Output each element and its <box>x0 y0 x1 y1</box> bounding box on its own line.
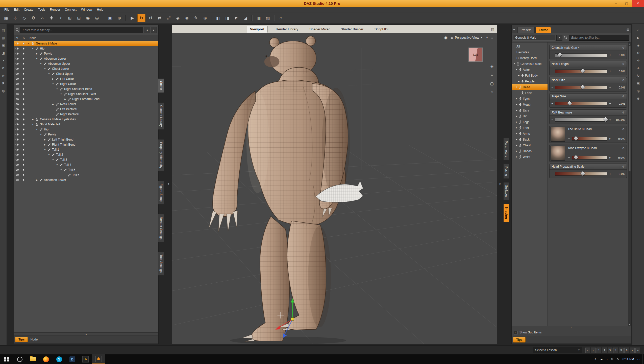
category-row[interactable]: Face <box>512 90 548 96</box>
selection-pointer-icon[interactable] <box>20 113 27 116</box>
menu-file[interactable]: File <box>2 7 12 12</box>
scale-tool-icon[interactable]: ⤢ <box>165 14 173 22</box>
help-home-icon[interactable]: ⌂ <box>277 14 285 22</box>
expander-icon[interactable]: ▶ <box>517 80 521 82</box>
category-row[interactable]: ▶Arms <box>512 131 548 136</box>
cursor-icon[interactable]: ▶ <box>636 35 640 40</box>
expander-icon[interactable]: ▶ <box>31 118 35 121</box>
globe-icon[interactable]: ⊕ <box>636 96 640 101</box>
selection-pointer-icon[interactable] <box>20 72 27 76</box>
scrollbar-thumb[interactable] <box>629 46 631 171</box>
visibility-eye-icon[interactable] <box>14 123 20 126</box>
category-row[interactable]: ▶Hip <box>512 113 548 119</box>
app-d-button[interactable]: D <box>66 354 79 364</box>
gear-icon[interactable]: ⚙ <box>622 111 625 114</box>
decrement-button[interactable]: − <box>551 172 554 176</box>
tray-expand-icon[interactable]: ∧ <box>594 357 597 361</box>
render-icon[interactable]: ▥ <box>255 14 263 22</box>
nodes-icon[interactable]: ⊹ <box>636 58 640 63</box>
panel-collapse-handle[interactable]: ▲ <box>512 326 631 329</box>
pager-item-›[interactable]: › <box>630 348 635 353</box>
shaping-filter-input[interactable] <box>569 35 629 41</box>
frame-view-icon[interactable]: ▢ <box>490 81 494 86</box>
clock[interactable]: 8:11 PM <box>623 357 634 361</box>
tree-row[interactable]: Tail 6 <box>14 172 158 177</box>
selection-pointer-icon[interactable] <box>20 42 27 45</box>
selection-pointer-icon[interactable] <box>20 123 27 126</box>
node-selection-cursor-icon[interactable]: ▶ <box>128 14 136 22</box>
slider-handle[interactable] <box>573 154 579 160</box>
increment-button[interactable]: + <box>609 172 611 176</box>
visibility-eye-icon[interactable] <box>14 138 20 141</box>
tree-row[interactable]: ▶Neck Lower <box>14 102 158 107</box>
scroll-up-icon[interactable]: ▲ <box>628 43 631 45</box>
node-icon[interactable]: ⊚ <box>201 14 209 22</box>
menu-help[interactable]: Help <box>94 7 106 12</box>
expander-icon[interactable]: ▼ <box>55 164 59 166</box>
folder-icon[interactable]: ▥ <box>1 35 6 40</box>
pan-tool-icon[interactable]: ✚ <box>490 65 494 69</box>
pager-item-6[interactable]: 6 <box>624 348 629 353</box>
visibility-eye-icon[interactable] <box>14 169 20 171</box>
snap-off-icon[interactable]: ◎ <box>93 14 101 22</box>
visibility-eye-icon[interactable] <box>14 73 20 75</box>
view-selector[interactable]: ▦ Perspective View ▼ <box>451 36 483 39</box>
rotate-tool-icon[interactable]: ↻ <box>137 14 145 22</box>
expander-icon[interactable]: ▶ <box>515 121 518 123</box>
image-icon[interactable]: ◨ <box>1 51 6 55</box>
expander-icon[interactable]: ▶ <box>515 132 518 135</box>
selection-pointer-icon[interactable] <box>20 148 27 151</box>
selection-pointer-icon[interactable] <box>20 47 27 50</box>
draw-style-icon[interactable]: ◉ <box>444 35 448 40</box>
pager-item-3[interactable]: 3 <box>608 348 612 353</box>
selection-pointer-icon[interactable] <box>20 168 27 172</box>
expander-icon[interactable]: ▶ <box>515 109 518 111</box>
tab-presets[interactable]: Presets <box>517 27 535 33</box>
show-sub-items-checkbox[interactable]: ✓ <box>514 331 518 334</box>
panel-grid-icon[interactable]: ▣ <box>106 14 114 22</box>
network-icon[interactable]: ≋ <box>611 357 613 361</box>
gear-icon[interactable]: ⚙ <box>29 14 37 22</box>
gear-icon[interactable]: ⚙ <box>622 147 625 150</box>
category-row[interactable]: ▶Full Body <box>512 73 548 78</box>
slider-handle[interactable] <box>580 171 585 176</box>
selection-pointer-icon[interactable] <box>20 133 27 136</box>
viewport-menu-icon[interactable]: ≡ <box>491 36 493 40</box>
visibility-eye-icon[interactable] <box>14 179 20 181</box>
category-row[interactable]: ▼Actor <box>512 67 548 73</box>
visibility-eye-icon[interactable] <box>14 143 20 146</box>
increment-button[interactable]: + <box>609 85 611 89</box>
visibility-eye-icon[interactable] <box>14 148 20 151</box>
increment-button[interactable]: + <box>608 137 611 141</box>
tree-row[interactable]: ▼Tail 1 <box>14 147 158 152</box>
tree-row[interactable]: ▼Short Male Tail <box>14 122 158 127</box>
selection-pointer-icon[interactable] <box>20 82 27 86</box>
tab-shader-mixer[interactable]: Shader Mixer <box>306 26 333 32</box>
expander-icon[interactable]: ▼ <box>43 68 47 70</box>
category-row[interactable]: Favorites <box>512 49 548 55</box>
decrement-button[interactable]: − <box>551 118 554 122</box>
tab-shader-builder[interactable]: Shader Builder <box>338 26 366 32</box>
tree-row[interactable]: ▶Genesis 8 Male Eyelashes <box>14 117 158 122</box>
rotate-icon[interactable]: ↻ <box>636 73 640 78</box>
render-settings-icon[interactable]: ▨ <box>264 14 272 22</box>
menu-create[interactable]: Create <box>22 7 36 12</box>
translate-tool-icon[interactable]: ⇄ <box>156 14 164 22</box>
category-row[interactable]: ▶Hands <box>512 148 548 154</box>
menu-window[interactable]: Window <box>79 7 94 12</box>
expander-icon[interactable]: ▶ <box>515 144 518 146</box>
increment-button[interactable]: + <box>609 102 611 105</box>
tips-button[interactable]: Tips <box>15 337 28 342</box>
selection-pointer-icon[interactable] <box>20 57 27 60</box>
visibility-eye-icon[interactable] <box>14 52 20 55</box>
document-icon[interactable]: ▤ <box>1 28 6 32</box>
menu-edit[interactable]: Edit <box>12 7 22 12</box>
layout-bottomright-icon[interactable]: ◪ <box>241 14 250 22</box>
pager-item-‹[interactable]: ‹ <box>591 348 596 353</box>
expander-icon[interactable]: ▼ <box>27 42 31 45</box>
panel-options-icon[interactable]: ▤ <box>627 28 629 31</box>
notification-icon[interactable]: ▭ <box>637 357 640 361</box>
gear-icon[interactable]: ⚙ <box>622 95 625 98</box>
expander-icon[interactable]: ▼ <box>55 88 59 90</box>
expander-icon[interactable]: ▶ <box>43 144 47 146</box>
